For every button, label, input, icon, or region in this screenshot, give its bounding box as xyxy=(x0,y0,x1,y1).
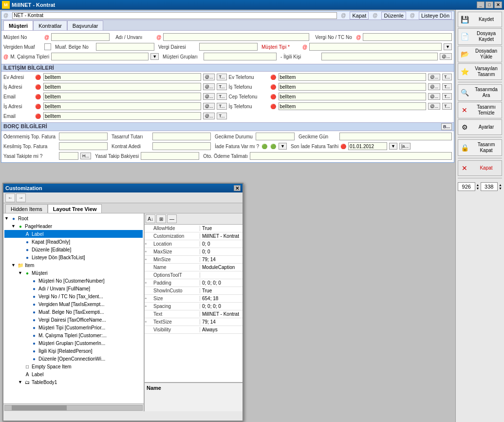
is-telefonu2-input[interactable] xyxy=(279,102,427,110)
counter-x-arrows[interactable]: ▲ ▼ xyxy=(476,183,480,190)
kapat-button[interactable]: ✕ Kapat xyxy=(458,160,502,176)
tree-item-tablebody[interactable]: ▼ 🗂 TableBody1 xyxy=(4,378,143,386)
ev-telefonu-input[interactable] xyxy=(279,73,427,81)
cep-telefonu-btn2[interactable]: T... xyxy=(442,93,452,100)
yasal-takip-input[interactable] xyxy=(59,152,78,160)
son-iade-cal[interactable]: ▼ xyxy=(389,143,397,150)
tasarimda-ara-button[interactable]: 🔍 Tasarımda Ara xyxy=(458,84,502,101)
varsayilan-button[interactable]: ⭐ VarsayılanTasarım xyxy=(458,63,502,80)
listeye-don-button[interactable]: Listeye Dön xyxy=(419,12,452,19)
kapat-toolbar-button[interactable]: Kapat xyxy=(350,12,369,19)
odenmemis-input[interactable] xyxy=(59,133,108,140)
is-adresi-btn1[interactable]: @... xyxy=(203,83,215,90)
vergiden-muaf-checkbox[interactable] xyxy=(44,43,51,50)
tree-item-kapat[interactable]: ● Kapat [ReadOnly] xyxy=(4,238,143,246)
tree-item-vergino[interactable]: ● Vergi No / TC No [Tax_Ident... xyxy=(4,292,143,300)
cep-telefonu-input[interactable] xyxy=(279,93,427,100)
email2-btn2[interactable]: T... xyxy=(217,113,226,119)
muaf-belge-input[interactable] xyxy=(96,43,154,51)
is-adresi2-btn1[interactable]: @... xyxy=(203,103,215,110)
root-expander[interactable]: ▼ xyxy=(4,216,9,221)
is-adresi2-btn2[interactable]: T... xyxy=(217,103,226,110)
tree-item-vergidairesi[interactable]: ● Vergi Dairesi [TaxOfficeName... xyxy=(4,316,143,324)
tree-item-musteri-group[interactable]: ▼ ● Müşteri xyxy=(4,269,143,277)
gecikme-durumu-input[interactable] xyxy=(256,133,295,140)
h-scrollbar-thumb[interactable] xyxy=(12,405,67,410)
yasal-takip-btn[interactable]: H... xyxy=(80,153,91,159)
email-btn2[interactable]: T... xyxy=(217,93,226,100)
tree-item-empty[interactable]: □ Empty Space Item xyxy=(4,363,143,370)
counter-y-arrows[interactable]: ▲ ▼ xyxy=(499,183,502,190)
oto-odeme-input[interactable] xyxy=(250,152,452,160)
email-input[interactable] xyxy=(43,93,201,100)
tree-item-ilgili[interactable]: ● İlgili Kişi [RelatedPerson] xyxy=(4,347,143,355)
is-telefonu-btn2[interactable]: T... xyxy=(442,83,452,90)
tree-item-root[interactable]: ▼ ● Root xyxy=(4,214,143,222)
is-telefonu2-btn2[interactable]: T... xyxy=(442,103,452,110)
ev-adresi-btn1[interactable]: @... xyxy=(203,74,215,80)
dosyaya-kaydet-button[interactable]: 📄 DosyayaKaydet xyxy=(458,28,502,45)
is-telefonu2-btn1[interactable]: @... xyxy=(428,103,440,110)
tree-h-scrollbar[interactable] xyxy=(3,403,144,411)
tree-item-adi[interactable]: ● Adı / Unvanı [FullName] xyxy=(4,285,143,292)
vergi-no-input[interactable] xyxy=(363,33,452,41)
is-adresi-input[interactable] xyxy=(43,83,201,91)
address-input[interactable] xyxy=(12,12,337,19)
yasal-bakiye-input[interactable] xyxy=(141,152,199,160)
close-button[interactable]: ✕ xyxy=(494,1,502,8)
counter-x-up[interactable]: ▲ xyxy=(476,183,480,187)
props-btn3[interactable]: — xyxy=(167,214,177,223)
son-iade-btn[interactable]: |a... xyxy=(399,143,411,150)
tree-item-musteri-no[interactable]: ● Müşteri No [CustomerNumber] xyxy=(4,277,143,285)
cust-tab-hidden-items[interactable]: Hidden Items xyxy=(5,204,48,213)
iade-dropdown[interactable]: ▼ xyxy=(279,143,287,150)
props-alphabetical-btn[interactable]: A↓ xyxy=(146,214,155,223)
props-category-btn[interactable]: ⊞ xyxy=(156,214,166,223)
cust-forward-button[interactable]: → xyxy=(16,193,26,202)
ev-telefonu-btn1[interactable]: @... xyxy=(428,74,440,80)
pageheader-expander[interactable]: ▼ xyxy=(11,224,16,229)
cust-back-button[interactable]: ← xyxy=(5,193,15,202)
is-telefonu-input[interactable] xyxy=(279,83,427,91)
adi-unvani-input[interactable] xyxy=(163,33,309,41)
tree-item-calisma[interactable]: ● M. Çalışma Tipleri [Customer:... xyxy=(4,331,143,339)
vergi-dairesi-input[interactable] xyxy=(199,43,258,51)
ev-telefonu-btn2[interactable]: T... xyxy=(442,74,452,80)
is-adresi2-input[interactable] xyxy=(43,102,201,110)
tab-musteri[interactable]: Müşteri xyxy=(3,20,33,30)
kontrat-adedi-input[interactable] xyxy=(152,142,211,150)
minimize-button[interactable]: _ xyxy=(477,1,485,8)
ilgili-kisi-btn[interactable]: @... xyxy=(440,53,452,60)
tablebody-expander[interactable]: ▼ xyxy=(18,380,23,384)
musteri-group-expander[interactable]: ▼ xyxy=(18,270,23,275)
tree-item-duzenle2[interactable]: ● Düzenle [OpenConnectionWi... xyxy=(4,355,143,363)
counter-y-up[interactable]: ▲ xyxy=(499,183,502,187)
email2-input[interactable] xyxy=(43,112,201,120)
customization-close-button[interactable]: ✕ xyxy=(234,185,241,191)
item-expander[interactable]: ▼ xyxy=(11,263,16,268)
tasarimi-temizle-button[interactable]: ✕ TasarımıTemizle xyxy=(458,102,502,118)
tree-item-vergiden[interactable]: ● Vergiden Muaf [TaxIsExempt... xyxy=(4,300,143,308)
ev-adresi-input[interactable] xyxy=(43,73,201,81)
email2-btn1[interactable]: @... xyxy=(203,113,215,119)
maximize-button[interactable]: □ xyxy=(485,1,493,8)
tab-basvurular[interactable]: Başvurular xyxy=(67,20,104,30)
musteri-no-input[interactable] xyxy=(51,33,110,41)
tree-item-musteritipi[interactable]: ● Müşteri Tipi [CustomerInPrior... xyxy=(4,324,143,331)
calisma-tipleri-dropdown[interactable]: ▼ xyxy=(150,53,159,60)
tree-item-listeye[interactable]: ● Listeye Dön [BackToList] xyxy=(4,253,143,261)
tab-kontratlar[interactable]: Kontratlar xyxy=(33,20,67,30)
tree-item-duzenle[interactable]: ● Düzenle [Editable] xyxy=(4,246,143,253)
tree-item-label[interactable]: A Label xyxy=(4,230,143,238)
is-adresi-btn2[interactable]: T... xyxy=(217,83,226,90)
musteri-gruplari-input[interactable] xyxy=(204,53,277,60)
kaydet-button[interactable]: 💾 Kaydet xyxy=(458,12,502,27)
cep-telefonu-btn1[interactable]: @... xyxy=(428,93,440,100)
cust-tab-layout-tree[interactable]: Layout Tree View xyxy=(48,204,102,213)
counter-y-down[interactable]: ▼ xyxy=(499,187,502,190)
tree-item-gruplari[interactable]: ● Müşteri Grupları [CustomerIn... xyxy=(4,339,143,347)
tasarruf-input[interactable] xyxy=(152,133,211,140)
tree-item-pageheader[interactable]: ▼ ● PageHeader xyxy=(4,222,143,230)
tree-item-muaf[interactable]: ● Muaf. Belge No [TaxExempti... xyxy=(4,308,143,316)
borc-btn[interactable]: B... xyxy=(441,123,452,130)
